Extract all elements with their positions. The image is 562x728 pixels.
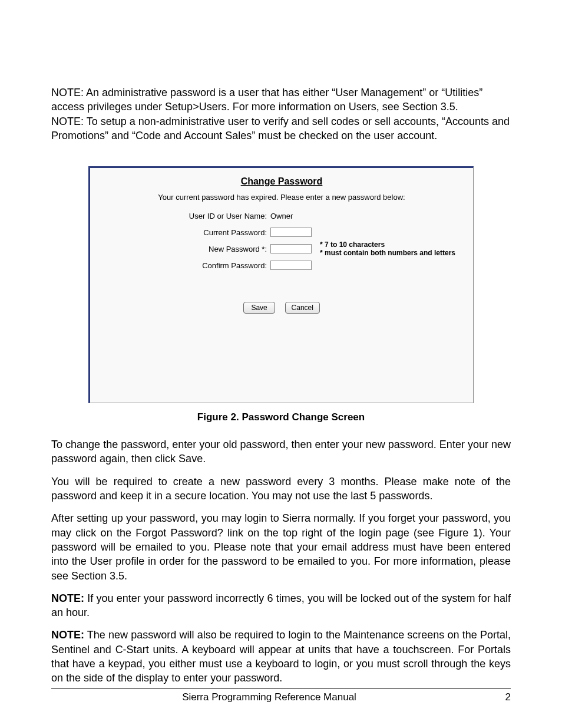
save-button[interactable]: Save — [243, 302, 275, 314]
password-hint-2: * must contain both numbers and letters — [320, 249, 455, 257]
value-user-id: Owner — [270, 212, 293, 220]
page-footer: Sierra Programming Reference Manual 2 — [51, 689, 511, 703]
paragraph-maintenance: NOTE: The new password will also be requ… — [51, 628, 511, 685]
row-user: User ID or User Name: Owner — [90, 207, 473, 224]
paragraph-change-instructions: To change the password, enter your old p… — [51, 437, 511, 466]
paragraph-note-admin: NOTE: An administrative password is a us… — [51, 85, 511, 114]
password-hints: * 7 to 10 characters * must contain both… — [320, 241, 455, 258]
paragraph-lockout: NOTE: If you enter your password incorre… — [51, 591, 511, 620]
row-confirm-password: Confirm Password: — [90, 257, 473, 274]
input-new-password[interactable] — [270, 244, 312, 253]
label-new-password: New Password *: — [90, 245, 270, 253]
button-row: Save Cancel — [90, 302, 473, 314]
footer-title: Sierra Programming Reference Manual — [51, 691, 487, 703]
note-text-2: The new password will also be required t… — [51, 629, 511, 684]
footer-page-number: 2 — [487, 691, 511, 703]
label-confirm-password: Confirm Password: — [90, 261, 270, 270]
document-page: NOTE: An administrative password is a us… — [0, 0, 562, 728]
note-label-2: NOTE: — [51, 629, 84, 641]
cancel-button[interactable]: Cancel — [285, 302, 320, 314]
change-password-message: Your current password has expired. Pleas… — [90, 193, 473, 202]
row-new-password: New Password *: * 7 to 10 characters * m… — [90, 241, 473, 257]
figure-caption: Figure 2. Password Change Screen — [51, 411, 511, 423]
label-user-id: User ID or User Name: — [90, 212, 270, 220]
paragraph-forgot: After setting up your password, you may … — [51, 511, 511, 582]
label-current-password: Current Password: — [90, 228, 270, 237]
change-password-form: User ID or User Name: Owner Current Pass… — [90, 207, 473, 274]
input-current-password[interactable] — [270, 228, 312, 237]
paragraph-note-nonadmin: NOTE: To setup a non-administrative user… — [51, 114, 511, 143]
change-password-screenshot: Change Password Your current password ha… — [88, 166, 474, 403]
change-password-title: Change Password — [90, 168, 473, 187]
row-current-password: Current Password: — [90, 224, 473, 241]
input-confirm-password[interactable] — [270, 261, 312, 270]
note-label-1: NOTE: — [51, 592, 84, 604]
password-hint-1: * 7 to 10 characters — [320, 241, 455, 249]
paragraph-3months: You will be required to create a new pas… — [51, 475, 511, 503]
note-text-1: If you enter your password incorrectly 6… — [51, 592, 511, 618]
